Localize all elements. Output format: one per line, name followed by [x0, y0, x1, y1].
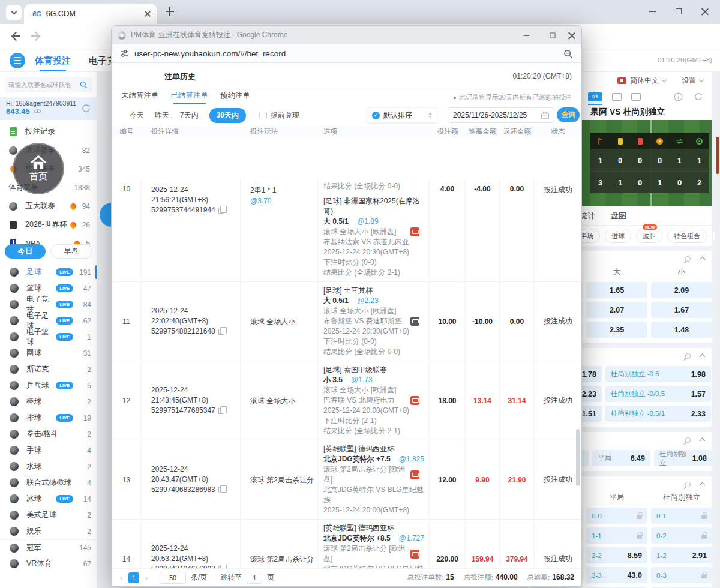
match-stats-icon[interactable] — [410, 317, 419, 326]
language-selector[interactable]: 简体中文 — [617, 76, 666, 86]
pin-icon[interactable] — [684, 255, 692, 263]
copy-icon[interactable] — [218, 208, 224, 214]
sport-list-item[interactable]: VR体育 67 — [0, 556, 97, 572]
next-page-button[interactable]: › — [144, 574, 149, 582]
search-icon[interactable] — [79, 80, 88, 89]
away-score-button[interactable]: 0-1 — [651, 508, 712, 524]
eye-icon[interactable] — [34, 109, 41, 114]
copy-icon[interactable] — [218, 408, 224, 414]
collapse-icon[interactable] — [700, 438, 706, 444]
sport-list-item[interactable]: 冠军 145 — [0, 539, 97, 556]
record-tab[interactable]: 已结算注单 — [171, 91, 209, 104]
date-range-picker[interactable]: 2025/11/26-2025/12/25 — [448, 107, 554, 123]
stat-tab[interactable]: 盘图 — [611, 211, 626, 221]
live-match-icon[interactable] — [410, 227, 419, 236]
over-odds-button[interactable]: 1.65 — [586, 282, 647, 298]
jump-page-input[interactable]: 1 — [247, 572, 262, 584]
away-odds-button[interactable]: 杜尚别独立 -0/0.5 1.57 — [605, 386, 711, 402]
window-minimize-button[interactable] — [642, 0, 662, 23]
under-odds-button[interactable]: 1.48 — [651, 322, 712, 338]
sport-list-item[interactable]: 水球 2 — [0, 458, 97, 475]
away-score-button[interactable]: 0-3 — [651, 567, 712, 583]
info-icon[interactable] — [674, 92, 683, 101]
pin-icon[interactable] — [684, 436, 692, 444]
sport-list-item[interactable]: 冰球 LIVE 14 — [0, 491, 97, 507]
new-tab-icon[interactable] — [166, 7, 174, 16]
popup-maximize-button[interactable] — [543, 26, 562, 44]
market-pill[interactable]: 波胆 NEW — [636, 229, 662, 243]
sport-list-item[interactable]: 美式足球 2 — [0, 507, 97, 523]
back-icon[interactable] — [11, 31, 20, 41]
tab-close-icon[interactable] — [144, 10, 151, 17]
league-search-box[interactable] — [5, 77, 92, 92]
home-fab-button[interactable]: 首页 — [13, 143, 64, 194]
nav-sports-tab[interactable]: 体育投注 — [35, 55, 71, 67]
collapse-icon[interactable] — [700, 257, 706, 263]
under-odds-button[interactable]: 2.09 — [651, 282, 712, 298]
zoom-out-icon[interactable] — [563, 49, 573, 59]
quick-filter-button[interactable]: 7天内 — [180, 110, 199, 121]
tab-search-button[interactable] — [6, 5, 22, 20]
collapse-icon[interactable] — [700, 482, 706, 488]
away-odds-button[interactable]: 杜尚别独立 -0.5/1 2.33 — [605, 406, 711, 422]
market-pill[interactable]: 特色组合 — [667, 229, 707, 243]
page-scrollbar[interactable] — [715, 72, 720, 588]
over-odds-button[interactable]: 2.07 — [586, 302, 647, 318]
copy-icon[interactable] — [218, 487, 224, 493]
popup-minimize-button[interactable] — [517, 26, 536, 44]
away-odds-button[interactable]: 杜尚别独立 1.08 — [654, 450, 712, 466]
draw-score-button[interactable]: 2-2 8.59 — [586, 547, 647, 563]
pin-icon[interactable] — [684, 352, 692, 360]
window-close-button[interactable] — [695, 0, 715, 23]
sport-list-item[interactable]: 拳击/格斗 2 — [0, 426, 97, 442]
quick-filter-button[interactable]: 30天内 — [209, 108, 246, 123]
draw-odds-button[interactable]: 平局 6.49 — [592, 450, 650, 466]
refresh-icon[interactable] — [694, 92, 703, 101]
popup-close-button[interactable] — [562, 26, 581, 44]
prev-page-button[interactable]: ‹ — [119, 574, 124, 582]
over-odds-button[interactable]: 2.35 — [586, 322, 647, 338]
sport-list-item[interactable]: 排球 LIVE 19 — [0, 410, 97, 426]
away-score-button[interactable]: 0-2 — [651, 527, 712, 544]
live-match-icon[interactable] — [410, 550, 419, 559]
sport-list-item[interactable]: 棒球 2 — [0, 394, 97, 410]
sport-list-item[interactable]: 足球 LIVE 191 — [0, 264, 97, 280]
quick-filter-button[interactable]: 今天 — [130, 110, 144, 121]
copy-icon[interactable] — [218, 329, 224, 335]
popup-scrollbar-thumb[interactable] — [576, 429, 580, 486]
scrollbar-thumb[interactable] — [716, 137, 719, 174]
cashout-checkbox-row[interactable]: 提前兑现 — [259, 110, 299, 121]
quick-filter-button[interactable]: 昨天 — [155, 110, 169, 121]
forward-icon[interactable] — [31, 31, 41, 41]
away-score-button[interactable]: 1-2 2.91 — [651, 547, 712, 563]
collapse-icon[interactable] — [700, 354, 706, 360]
live-match-icon[interactable] — [410, 470, 419, 479]
draw-score-button[interactable]: 3-3 43.0 — [586, 567, 647, 583]
tab-today[interactable]: 今日 — [5, 244, 46, 259]
record-tab[interactable]: 未结算注单 — [121, 91, 159, 104]
checkbox-icon[interactable] — [259, 112, 267, 119]
popup-titlebar[interactable]: PM体育-亚洲在线体育竞猜投注 - Google Chrome — [112, 26, 581, 44]
sport-list-item[interactable]: 娱乐 2 — [0, 523, 97, 539]
draw-score-button[interactable]: 0-0 — [586, 508, 647, 524]
record-tab[interactable]: 预约注单 — [220, 91, 250, 104]
browser-tab[interactable]: 6G 6G.COM — [24, 4, 157, 24]
away-odds-button[interactable]: 杜尚别独立 -0.5 1.98 — [605, 366, 711, 382]
sport-list-item[interactable]: 手球 4 — [0, 442, 97, 458]
sport-list-item[interactable]: 斯诺克 2 — [0, 361, 97, 377]
market-pill[interactable]: 进球 — [605, 229, 631, 243]
under-odds-button[interactable]: 1.67 — [651, 302, 712, 318]
settings-selector[interactable]: 设置 — [682, 76, 703, 86]
refresh-balance-icon[interactable] — [81, 103, 91, 113]
window-maximize-button[interactable] — [668, 0, 689, 23]
sort-select[interactable]: ✓ 默认排序 — [367, 107, 437, 123]
search-input[interactable] — [8, 81, 79, 88]
sidebar-menu-item[interactable]: 五大联赛 94 — [0, 197, 97, 215]
tab-early-market[interactable]: 早盘 — [50, 244, 92, 259]
popup-address-bar[interactable]: user-pc-new.youbaokun.com/#/bet_record — [112, 44, 581, 63]
sport-list-item[interactable]: 乒乓球 LIVE 5 — [0, 377, 97, 394]
site-menu-button[interactable] — [10, 53, 25, 68]
sport-list-item[interactable]: 电子篮球 LIVE 1 — [0, 329, 97, 345]
draw-score-button[interactable]: 1-1 — [586, 527, 647, 544]
page-number-button[interactable]: 1 — [128, 572, 139, 583]
